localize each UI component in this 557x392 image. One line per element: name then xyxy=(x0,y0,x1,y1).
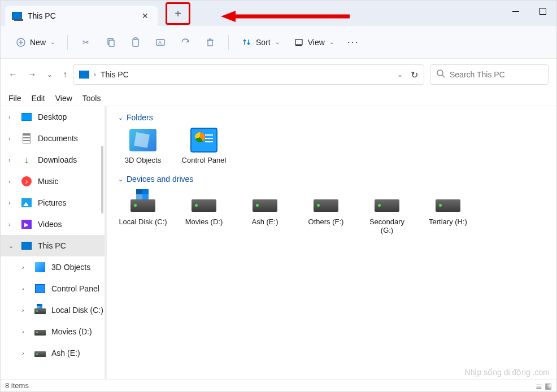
breadcrumb-item[interactable]: This PC xyxy=(101,70,393,79)
svg-point-16 xyxy=(437,70,443,76)
sidebar-item-this-pc[interactable]: ⌄This PC xyxy=(1,235,107,256)
title-bar: This PC ✕ + xyxy=(1,1,556,26)
cut-icon: ✂ xyxy=(80,37,92,48)
sidebar-item-label: Documents xyxy=(38,134,78,143)
tab-this-pc[interactable]: This PC ✕ xyxy=(5,6,158,26)
item-label: Tertiary (H:) xyxy=(429,217,467,226)
forward-button[interactable]: → xyxy=(28,69,37,80)
svg-rect-8 xyxy=(134,38,137,40)
rename-button[interactable]: A xyxy=(149,33,172,51)
sort-button[interactable]: Sort ⌄ xyxy=(236,33,285,51)
window-controls xyxy=(502,1,556,22)
pane-divider[interactable] xyxy=(105,106,107,380)
breadcrumb-separator: › xyxy=(94,71,96,79)
item-label: Ash (E:) xyxy=(252,217,278,226)
address-bar[interactable]: › This PC ⌄ ↻ xyxy=(73,64,424,85)
chevron-icon: › xyxy=(8,114,15,120)
drive-item-ash-e-[interactable]: Ash (E:) xyxy=(240,189,290,234)
item-label: Movies (D:) xyxy=(185,217,223,226)
drive-item-local-disk-c-[interactable]: Local Disk (C:) xyxy=(118,189,168,234)
drive-item-tertiary-h-[interactable]: Tertiary (H:) xyxy=(423,189,473,234)
item-label: 3D Objects xyxy=(125,156,161,164)
sidebar-item-documents[interactable]: ›Documents xyxy=(1,128,107,149)
drives-section-header[interactable]: ⌄ Devices and drives xyxy=(118,175,545,184)
annotation-arrow xyxy=(221,11,351,22)
chevron-icon: ⌄ xyxy=(8,242,15,250)
cut-button[interactable]: ✂ xyxy=(75,33,97,51)
menu-file[interactable]: File xyxy=(8,94,21,103)
body: ›Desktop›Documents›↓Downloads›♪Music›Pic… xyxy=(1,106,556,380)
sidebar-item-label: 3D Objects xyxy=(51,263,90,272)
scrollbar[interactable] xyxy=(101,146,103,214)
chevron-icon: › xyxy=(8,221,15,228)
drive-item-secondary-g-[interactable]: Secondary (G:) xyxy=(362,189,412,234)
sidebar-item-movies-d-[interactable]: ›Movies (D:) xyxy=(1,321,107,342)
copy-button[interactable] xyxy=(99,33,122,51)
chevron-icon: › xyxy=(22,285,29,292)
new-plus-icon xyxy=(15,37,27,48)
drive-item-others-f-[interactable]: Others (F:) xyxy=(301,189,351,234)
copy-icon xyxy=(105,37,116,48)
sidebar-item-videos[interactable]: ›▶Videos xyxy=(1,214,107,235)
view-mode-toggle[interactable]: ≣ ▦ xyxy=(536,381,552,390)
item-label: Others (F:) xyxy=(308,217,344,226)
navigation-row: ← → ⌄ ↑ › This PC ⌄ ↻ xyxy=(1,59,556,90)
sidebar-item-downloads[interactable]: ›↓Downloads xyxy=(1,149,107,171)
recent-button[interactable]: ⌄ xyxy=(47,71,53,79)
share-button[interactable] xyxy=(174,33,197,51)
new-button[interactable]: New ⌄ xyxy=(10,33,60,51)
folder-item-3d-objects[interactable]: 3D Objects xyxy=(118,128,168,164)
drive-icon xyxy=(312,189,340,214)
chevron-down-icon: ⌄ xyxy=(329,39,334,45)
menu-bar: File Edit View Tools xyxy=(1,90,556,106)
paste-button[interactable] xyxy=(124,33,147,51)
view-button[interactable]: View ⌄ xyxy=(288,33,340,51)
menu-tools[interactable]: Tools xyxy=(82,94,101,103)
sidebar-item-label: Movies (D:) xyxy=(51,327,92,336)
tab-close-button[interactable]: ✕ xyxy=(140,9,151,23)
down-icon: ↓ xyxy=(21,155,32,165)
sidebar-item-music[interactable]: ›♪Music xyxy=(1,171,107,192)
delete-button[interactable] xyxy=(199,33,221,51)
svg-line-17 xyxy=(442,75,445,77)
back-button[interactable]: ← xyxy=(8,69,18,80)
sidebar-item-label: Local Disk (C:) xyxy=(51,306,103,315)
svg-rect-11 xyxy=(208,40,212,46)
search-input[interactable] xyxy=(450,70,542,79)
sidebar-item-pictures[interactable]: ›Pictures xyxy=(1,192,107,214)
search-icon xyxy=(436,69,445,80)
sidebar-item-control-panel[interactable]: ›Control Panel xyxy=(1,278,107,299)
sidebar-item-label: This PC xyxy=(38,241,66,250)
refresh-button[interactable]: ↻ xyxy=(411,69,418,80)
folder-item-control-panel[interactable]: Control Panel xyxy=(179,128,229,164)
svg-rect-14 xyxy=(295,40,302,45)
chevron-down-icon: ⌄ xyxy=(118,114,123,121)
drive-icon xyxy=(129,189,156,214)
sidebar-item-3d-objects[interactable]: ›3D Objects xyxy=(1,256,107,278)
up-button[interactable]: ↑ xyxy=(63,69,67,80)
pic-icon xyxy=(21,198,32,208)
doc-icon xyxy=(21,133,32,143)
maximize-button[interactable] xyxy=(529,1,556,22)
item-label: Control Panel xyxy=(182,156,227,164)
sidebar-item-ash-e-[interactable]: ›Ash (E:) xyxy=(1,342,107,364)
menu-edit[interactable]: Edit xyxy=(32,94,45,103)
drive-item-movies-d-[interactable]: Movies (D:) xyxy=(179,189,229,234)
chevron-icon: › xyxy=(22,350,29,356)
address-history-button[interactable]: ⌄ xyxy=(397,71,403,79)
status-bar: 8 items ≣ ▦ xyxy=(1,379,556,391)
sidebar-item-label: Ash (E:) xyxy=(51,349,80,358)
new-tab-button[interactable]: + xyxy=(175,7,181,20)
item-label: Secondary (G:) xyxy=(362,217,412,234)
chevron-icon: › xyxy=(8,135,15,142)
folders-section-header[interactable]: ⌄ Folders xyxy=(118,113,545,122)
this-pc-icon xyxy=(79,71,89,79)
search-box[interactable] xyxy=(430,64,549,85)
sidebar-item-local-disk-c-[interactable]: ›Local Disk (C:) xyxy=(1,299,107,321)
folder-3d-icon xyxy=(129,128,156,153)
sidebar-item-desktop[interactable]: ›Desktop xyxy=(1,106,107,128)
separator xyxy=(67,35,68,50)
minimize-button[interactable] xyxy=(502,1,529,22)
menu-view[interactable]: View xyxy=(55,94,72,103)
more-button[interactable]: ··· xyxy=(342,33,365,51)
